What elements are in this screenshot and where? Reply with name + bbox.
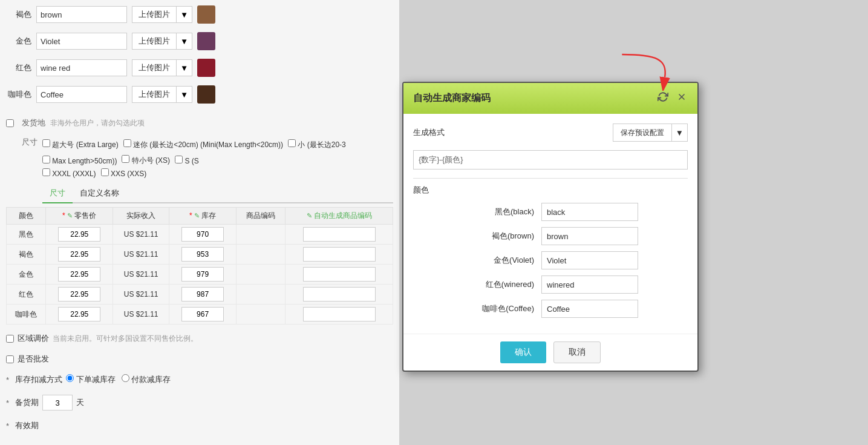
price-input-violet[interactable] [58,267,100,282]
stock-input-violet[interactable] [181,267,224,282]
cb-extra-large[interactable] [42,139,50,147]
auto-code-input-black[interactable] [303,227,376,242]
preset-btn[interactable]: 保存预设配置 [613,124,672,142]
price-input-brown[interactable] [58,247,100,262]
price-cell-brown [46,245,113,265]
color-field-input-violet[interactable] [541,251,638,269]
refresh-button[interactable] [656,90,670,107]
upload-main-btn-violet[interactable]: 上传图片 [132,33,177,50]
table-row: 金色 US $21.11 [7,265,393,285]
color-cell-red: 红色 [7,285,46,305]
size-s[interactable]: S (S [175,156,199,165]
upload-dropdown-btn-brown[interactable]: ▼ [177,6,192,23]
region-price-note: 当前未启用。可针对多国设置不同售价比例。 [53,334,198,344]
confirm-button[interactable]: 确认 [500,341,546,363]
lead-time-prefix: * [6,398,9,407]
color-input-red[interactable] [36,59,127,76]
inventory-option-payment[interactable]: 付款减库存 [122,374,171,385]
upload-main-btn-red[interactable]: 上传图片 [132,59,177,76]
cb-max-50[interactable] [42,156,50,163]
size-xs[interactable]: 特小号 (XS) [122,155,170,166]
cancel-button[interactable]: 取消 [553,341,601,363]
size-checkboxes-2: XXXL (XXXL) XXS (XXS) [42,168,393,180]
th-price: * ✎ * ✎ 零售价 零售价 [46,208,113,225]
stock-input-coffee[interactable] [181,307,224,321]
th-product-code: 商品编码 [237,208,286,225]
color-field-violet: 金色(Violet) [413,251,688,269]
auto-gen-link[interactable]: 自动生成商品编码 [314,211,372,220]
modal-header-icons [656,90,688,107]
auto-code-input-red[interactable] [303,287,376,302]
color-field-input-coffee[interactable] [541,300,638,318]
cb-xxxl[interactable] [42,168,50,176]
price-input-black[interactable] [58,227,100,242]
upload-dropdown-btn-coffee[interactable]: ▼ [177,86,192,103]
size-max-50[interactable]: Max Length>50cm)) [42,156,117,165]
shipping-checkbox[interactable] [6,119,14,127]
cb-small[interactable] [288,139,296,147]
price-input-coffee[interactable] [58,307,100,321]
price-cell-coffee [46,305,113,325]
color-field-label-coffee: 咖啡色(Coffee) [463,303,541,314]
auto-code-input-brown[interactable] [303,247,376,262]
upload-btn-brown: 上传图片 ▼ [132,6,192,23]
stock-input-black[interactable] [181,227,224,242]
region-price-label: 区域调价 [18,333,49,344]
color-label-coffee: 咖啡色 [6,89,36,100]
cb-xs[interactable] [122,155,129,163]
color-section-title: 颜色 [413,185,688,196]
tab-size[interactable]: 尺寸 [42,184,73,203]
size-mini[interactable]: 迷你 (最长边<20cm) (Mini(Max Length<20cm)) [123,139,283,150]
format-input[interactable] [413,150,688,170]
color-field-input-red[interactable] [541,275,638,294]
thumb-red [197,59,215,77]
color-field-input-brown[interactable] [541,227,638,245]
color-field-black: 黑色(black) [413,203,688,221]
close-button[interactable] [676,91,688,106]
color-row-red: 红色 上传图片 ▼ [6,56,393,79]
thumb-coffee [197,85,215,104]
th-stock: * ✎ 库存 [169,208,237,225]
inventory-option-order[interactable]: 下单减库存 [66,374,116,385]
wholesale-checkbox[interactable] [6,355,14,363]
lead-time-section: * 备货期 天 [6,390,393,415]
price-input-red[interactable] [58,287,100,302]
stock-input-red[interactable] [181,287,224,302]
color-input-violet[interactable] [36,33,127,50]
size-xxxl[interactable]: XXXL (XXXL) [42,168,96,178]
region-price-checkbox[interactable] [6,335,14,343]
auto-code-input-violet[interactable] [303,267,376,282]
auto-code-cell-brown [286,245,393,265]
auto-code-input-coffee[interactable] [303,307,376,321]
size-checkboxes: 超大号 (Extra Large) 迷你 (最长边<20cm) (Mini(Ma… [42,137,393,168]
auto-code-cell-violet [286,265,393,285]
upload-dropdown-btn-violet[interactable]: ▼ [177,33,192,50]
cb-xxs[interactable] [101,168,109,176]
radio-payment[interactable] [122,374,129,382]
price-cell-black [46,225,113,245]
size-small[interactable]: 小 (最长边20-3 [288,139,346,150]
color-label-violet: 金色 [6,36,36,47]
tab-custom-name[interactable]: 自定义名称 [73,184,126,202]
code-cell-violet [237,265,286,285]
color-input-brown[interactable] [36,6,127,23]
cb-mini[interactable] [123,139,131,147]
color-input-coffee[interactable] [36,86,127,103]
color-field-brown: 褐色(brown) [413,227,688,245]
upload-main-btn-brown[interactable]: 上传图片 [132,6,177,23]
upload-main-btn-coffee[interactable]: 上传图片 [132,86,177,103]
table-row: 黑色 US $21.11 [7,225,393,245]
size-extra-large[interactable]: 超大号 (Extra Large) [42,139,119,150]
size-label: 尺寸 [6,137,42,148]
expiry-label: 有效期 [15,420,39,431]
lead-time-input[interactable] [42,395,73,410]
stock-input-brown[interactable] [181,247,224,262]
size-xxs[interactable]: XXS (XXS) [101,168,147,178]
color-cell-black: 黑色 [7,225,46,245]
cb-s[interactable] [175,156,183,163]
auto-code-cell-red [286,285,393,305]
radio-order[interactable] [66,374,74,382]
preset-dropdown-btn[interactable]: ▼ [672,124,688,142]
upload-dropdown-btn-red[interactable]: ▼ [177,59,192,76]
color-field-input-black[interactable] [541,203,638,221]
